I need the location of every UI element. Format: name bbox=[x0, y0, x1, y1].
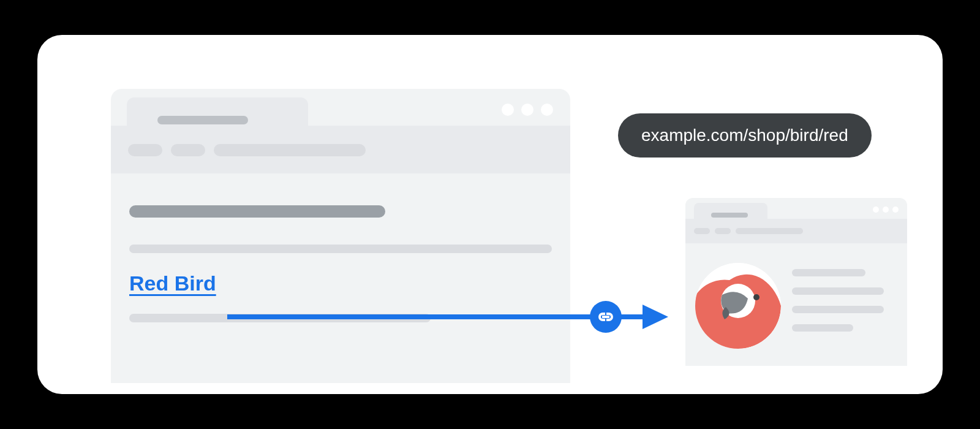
toolbar-placeholder bbox=[214, 144, 366, 156]
text-line-placeholder bbox=[792, 306, 884, 313]
window-control-dot bbox=[541, 104, 553, 116]
text-line-placeholder bbox=[792, 287, 884, 295]
text-line-placeholder bbox=[792, 324, 853, 332]
diagram-canvas: Red Bird example.com/shop/bird/red bbox=[37, 35, 943, 394]
heading-placeholder bbox=[129, 205, 385, 218]
window-control-dot bbox=[883, 207, 889, 213]
heading-placeholder bbox=[792, 269, 865, 276]
toolbar-placeholder bbox=[171, 144, 205, 156]
product-details-placeholder bbox=[792, 263, 897, 343]
link-icon bbox=[598, 313, 613, 321]
toolbar-placeholder bbox=[736, 228, 803, 234]
anchor-link[interactable]: Red Bird bbox=[129, 271, 216, 295]
browser-toolbar bbox=[685, 219, 907, 243]
destination-page-body bbox=[685, 253, 907, 359]
window-controls bbox=[873, 207, 899, 213]
text-line-placeholder bbox=[129, 314, 431, 322]
destination-url-pill: example.com/shop/bird/red bbox=[618, 113, 872, 158]
product-image-avatar bbox=[695, 263, 781, 349]
link-row: Red Bird bbox=[129, 271, 552, 295]
tab-title-placeholder bbox=[157, 116, 248, 124]
parrot-icon bbox=[695, 263, 781, 349]
source-browser-chrome bbox=[111, 89, 570, 175]
window-control-dot bbox=[502, 104, 514, 116]
svg-marker-1 bbox=[643, 305, 668, 329]
source-browser-window: Red Bird bbox=[111, 89, 570, 383]
source-page-body: Red Bird bbox=[111, 187, 570, 341]
window-control-dot bbox=[521, 104, 533, 116]
toolbar-placeholder bbox=[715, 228, 731, 234]
window-control-dot bbox=[892, 207, 899, 213]
browser-toolbar bbox=[111, 126, 570, 173]
browser-tab bbox=[694, 203, 767, 219]
toolbar-placeholder bbox=[128, 144, 162, 156]
window-controls bbox=[502, 104, 553, 116]
browser-tab bbox=[127, 97, 308, 126]
destination-browser-window bbox=[685, 198, 907, 366]
svg-point-5 bbox=[753, 294, 760, 300]
svg-point-2 bbox=[590, 301, 622, 333]
tab-title-placeholder bbox=[711, 213, 748, 218]
text-line-placeholder bbox=[129, 245, 552, 253]
toolbar-placeholder bbox=[694, 228, 710, 234]
destination-url-text: example.com/shop/bird/red bbox=[641, 126, 848, 145]
window-control-dot bbox=[873, 207, 879, 213]
